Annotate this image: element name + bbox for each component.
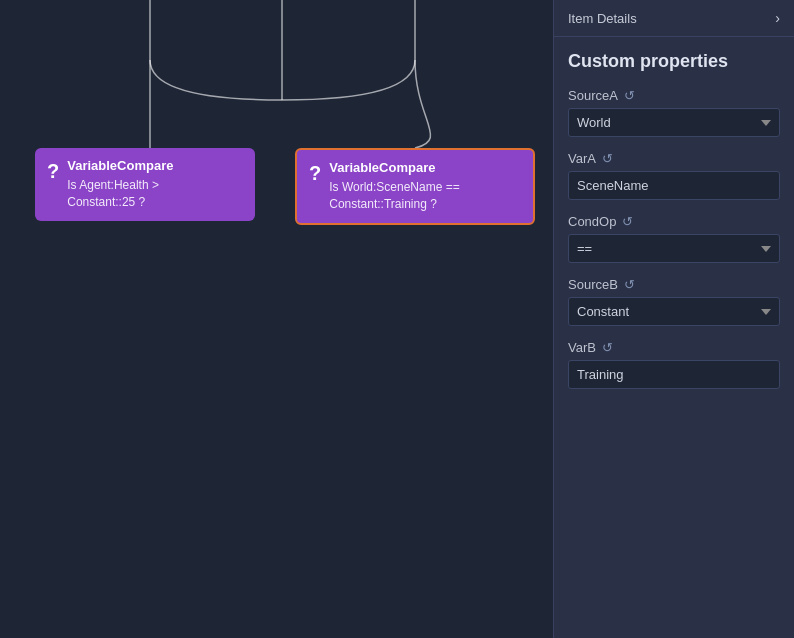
sourceB-select[interactable]: Constant Agent World [568, 297, 780, 326]
sourceA-select[interactable]: World Agent Constant [568, 108, 780, 137]
prop-label-row-varA: VarA ↺ [568, 151, 780, 166]
condOp-select[interactable]: == != > < >= <= [568, 234, 780, 263]
reset-condOp-icon[interactable]: ↺ [622, 214, 633, 229]
prop-row-sourceB: SourceB ↺ Constant Agent World [568, 277, 780, 326]
prop-row-varA: VarA ↺ [568, 151, 780, 200]
canvas-svg [0, 0, 553, 638]
node-title-1: VariableCompare [67, 158, 173, 173]
reset-varB-icon[interactable]: ↺ [602, 340, 613, 355]
node-card-1[interactable]: ? VariableCompare Is Agent:Health >Const… [35, 148, 255, 221]
prop-label-sourceA: SourceA [568, 88, 618, 103]
prop-label-row-condOp: CondOp ↺ [568, 214, 780, 229]
prop-label-sourceB: SourceB [568, 277, 618, 292]
reset-varA-icon[interactable]: ↺ [602, 151, 613, 166]
panel-body: Custom properties SourceA ↺ World Agent … [554, 37, 794, 638]
node-content-2: VariableCompare Is World:SceneName ==Con… [329, 160, 460, 213]
reset-sourceB-icon[interactable]: ↺ [624, 277, 635, 292]
right-panel: Item Details › Custom properties SourceA… [553, 0, 794, 638]
varB-input[interactable] [568, 360, 780, 389]
prop-label-varA: VarA [568, 151, 596, 166]
node-question-mark-2: ? [309, 162, 321, 185]
prop-row-varB: VarB ↺ [568, 340, 780, 389]
prop-row-condOp: CondOp ↺ == != > < >= <= [568, 214, 780, 263]
prop-row-sourceA: SourceA ↺ World Agent Constant [568, 88, 780, 137]
node-text-1: Is Agent:Health >Constant::25 ? [67, 177, 173, 211]
prop-label-row-varB: VarB ↺ [568, 340, 780, 355]
panel-header[interactable]: Item Details › [554, 0, 794, 37]
prop-label-row-sourceA: SourceA ↺ [568, 88, 780, 103]
node-content-1: VariableCompare Is Agent:Health >Constan… [67, 158, 173, 211]
prop-label-condOp: CondOp [568, 214, 616, 229]
prop-label-row-sourceB: SourceB ↺ [568, 277, 780, 292]
node-text-2: Is World:SceneName ==Constant::Training … [329, 179, 460, 213]
node-title-2: VariableCompare [329, 160, 460, 175]
node-card-2[interactable]: ? VariableCompare Is World:SceneName ==C… [295, 148, 535, 225]
panel-chevron-icon: › [775, 10, 780, 26]
node-question-mark-1: ? [47, 160, 59, 183]
reset-sourceA-icon[interactable]: ↺ [624, 88, 635, 103]
custom-props-title: Custom properties [568, 51, 780, 72]
canvas-area: ? VariableCompare Is Agent:Health >Const… [0, 0, 553, 638]
varA-input[interactable] [568, 171, 780, 200]
prop-label-varB: VarB [568, 340, 596, 355]
panel-header-title: Item Details [568, 11, 637, 26]
